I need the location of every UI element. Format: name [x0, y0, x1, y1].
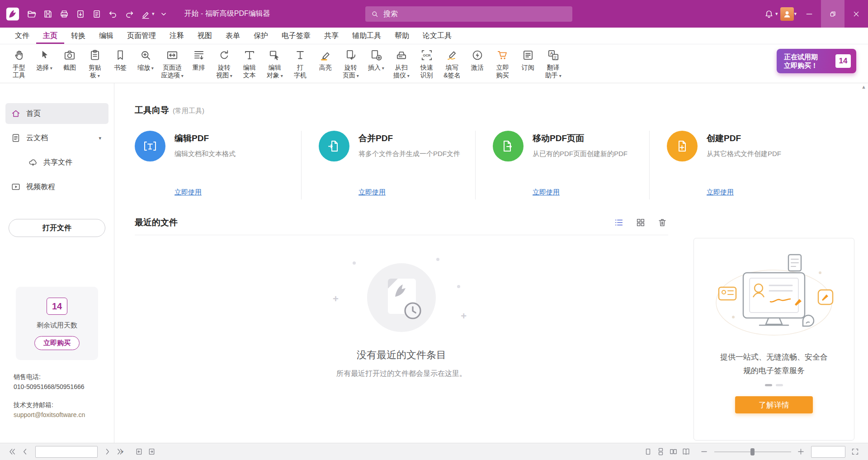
sidebar-item-shared-files[interactable]: 共享文件 — [5, 152, 108, 173]
last-page-button[interactable] — [114, 446, 126, 458]
tool-zoom[interactable]: 缩放 ▾ — [136, 48, 156, 80]
user-avatar[interactable] — [780, 7, 794, 21]
redo-icon[interactable] — [121, 6, 137, 22]
doc-text-icon[interactable] — [89, 6, 105, 22]
restore-button[interactable] — [821, 0, 844, 28]
menu-item-accessibility[interactable]: 辅助工具 — [345, 28, 388, 44]
prev-page-button[interactable] — [19, 446, 31, 458]
tool-clipboard[interactable]: 剪贴 板 ▾ — [85, 48, 105, 80]
list-view-icon[interactable] — [613, 217, 625, 228]
sidebar-item-cloud-docs[interactable]: 云文档▾ — [5, 128, 108, 148]
facing-view-button[interactable] — [667, 446, 679, 458]
print-icon[interactable] — [56, 6, 72, 22]
next-page-button[interactable] — [101, 446, 113, 458]
prev-view-button[interactable] — [133, 446, 145, 458]
menu-item-share[interactable]: 共享 — [317, 28, 345, 44]
menu-item-protect[interactable]: 保护 — [247, 28, 275, 44]
use-now-link[interactable]: 立即使用 — [707, 188, 734, 197]
tool-card-edit-pdf[interactable]: 编辑PDF编辑文档和文本格式立即使用 — [135, 131, 301, 199]
menu-item-form[interactable]: 表单 — [219, 28, 247, 44]
book-view-button[interactable] — [680, 446, 692, 458]
recent-empty-state: + + 没有最近的文件条目 所有最近打开过的文件都会显示在这里。 — [135, 258, 668, 379]
zoom-out-button[interactable] — [698, 446, 710, 458]
menu-item-paper-tools[interactable]: 论文工具 — [416, 28, 458, 44]
tool-edit-object[interactable]: 编辑 对象 ▾ — [265, 48, 285, 80]
continuous-view-button[interactable] — [655, 446, 666, 458]
export-doc-icon[interactable] — [72, 6, 89, 22]
support-email-value[interactable]: support@foxitsoftware.cn — [14, 410, 114, 420]
undo-icon[interactable] — [105, 6, 121, 22]
expand-caret-icon[interactable]: ▾ — [99, 135, 101, 141]
foxit-logo-icon[interactable] — [5, 6, 21, 22]
minimize-button[interactable] — [797, 0, 821, 28]
menu-item-home[interactable]: 主页 — [36, 28, 64, 44]
use-now-link[interactable]: 立即使用 — [175, 188, 202, 197]
zoom-slider-thumb[interactable] — [750, 448, 755, 455]
notifications-bell-icon[interactable] — [761, 6, 777, 22]
tool-translate[interactable]: A文翻译 助手 ▾ — [543, 48, 563, 80]
menu-item-convert[interactable]: 转换 — [64, 28, 92, 44]
tool-fill-sign[interactable]: 填写 &签名 — [442, 48, 462, 80]
use-now-link[interactable]: 立即使用 — [359, 188, 386, 197]
scrollbar-up-icon[interactable]: ▲ — [861, 84, 866, 90]
tool-scanner[interactable]: 从扫 描仪 ▾ — [392, 48, 411, 80]
learn-more-button[interactable]: 了解详情 — [735, 396, 813, 413]
open-file-icon[interactable] — [24, 6, 40, 22]
next-view-button[interactable] — [146, 446, 157, 458]
tool-fit-options[interactable]: 页面适 应选项 ▾ — [161, 48, 184, 80]
tool-activate[interactable]: 激活 — [467, 48, 487, 80]
menu-item-view[interactable]: 视图 — [191, 28, 219, 44]
tool-subscribe[interactable]: 订阅 — [518, 48, 538, 80]
tool-card-move-pdf[interactable]: 移动PDF页面从已有的PDF页面创建新的PDF立即使用 — [475, 131, 649, 199]
tool-reflow[interactable]: 重排 — [189, 48, 209, 80]
search-input[interactable] — [383, 10, 567, 18]
trash-icon[interactable] — [656, 217, 668, 228]
esign-pen-icon[interactable] — [137, 6, 154, 22]
menu-item-page-manage[interactable]: 页面管理 — [120, 28, 163, 44]
search-box[interactable] — [365, 6, 572, 22]
menu-item-esign[interactable]: 电子签章 — [275, 28, 317, 44]
buy-now-button[interactable]: 立即购买 — [34, 336, 80, 350]
tool-buy[interactable]: 立即 购买 — [493, 48, 513, 80]
tool-highlight[interactable]: 高亮 — [316, 48, 335, 80]
tool-bookmark[interactable]: 书签 — [110, 48, 130, 80]
carousel-dot-active[interactable] — [765, 384, 772, 386]
snapshot-icon — [63, 48, 76, 62]
tool-insert[interactable]: 插入 ▾ — [366, 48, 386, 80]
save-icon[interactable] — [40, 6, 56, 22]
zoom-in-button[interactable] — [795, 446, 807, 458]
tool-rotate-view[interactable]: 旋转 视图 ▾ — [214, 48, 234, 80]
tool-snapshot[interactable]: 截图 — [60, 48, 80, 80]
tool-ocr[interactable]: OCR快速 识别 — [417, 48, 437, 80]
zoom-slider[interactable] — [714, 446, 791, 458]
tool-card-merge-pdf[interactable]: 合并PDF将多个文件合并生成一个PDF文件立即使用 — [301, 131, 475, 199]
zoom-percent-input[interactable] — [811, 446, 845, 457]
menu-item-help[interactable]: 帮助 — [388, 28, 416, 44]
fullscreen-button[interactable] — [849, 446, 861, 458]
tool-edit-text[interactable]: 编辑 文本 — [240, 48, 259, 80]
menu-item-comment[interactable]: 注释 — [163, 28, 191, 44]
grid-view-icon[interactable] — [635, 217, 646, 228]
menu-item-edit[interactable]: 编辑 — [92, 28, 120, 44]
bell-caret-icon[interactable]: ▾ — [775, 11, 778, 17]
carousel-dots[interactable] — [763, 384, 785, 386]
tool-select[interactable]: 选择 ▾ — [34, 48, 54, 80]
first-page-button[interactable] — [6, 446, 18, 458]
esign-caret-icon[interactable]: ▾ — [152, 11, 155, 17]
close-button[interactable] — [844, 0, 868, 28]
use-now-link[interactable]: 立即使用 — [533, 188, 560, 197]
tool-typewriter[interactable]: 打 字机 — [290, 48, 310, 80]
sidebar-item-home[interactable]: 首页 — [5, 103, 108, 124]
single-page-view-button[interactable] — [642, 446, 654, 458]
account-caret-icon[interactable]: ▾ — [794, 11, 797, 17]
main-content: ▲ 工具向导 (常用工具) 编辑PDF编辑文档和文本格式立即使用合并PDF将多个… — [114, 83, 868, 443]
tool-hand[interactable]: 手型 工具 — [9, 48, 29, 80]
sidebar-item-video-tutorials[interactable]: 视频教程 — [5, 176, 108, 197]
menu-item-file[interactable]: 文件 — [8, 28, 36, 44]
tool-card-create-pdf[interactable]: 创建PDF从其它格式文件创建PDF立即使用 — [649, 131, 823, 199]
carousel-dot[interactable] — [776, 384, 783, 386]
tool-rotate-page[interactable]: 旋转 页面 ▾ — [341, 48, 361, 80]
customize-toolbar-icon[interactable] — [156, 6, 172, 22]
open-file-button[interactable]: 打开文件 — [9, 219, 105, 237]
trial-buy-badge[interactable]: 正在试用期 立即购买！ 14 — [777, 49, 856, 73]
